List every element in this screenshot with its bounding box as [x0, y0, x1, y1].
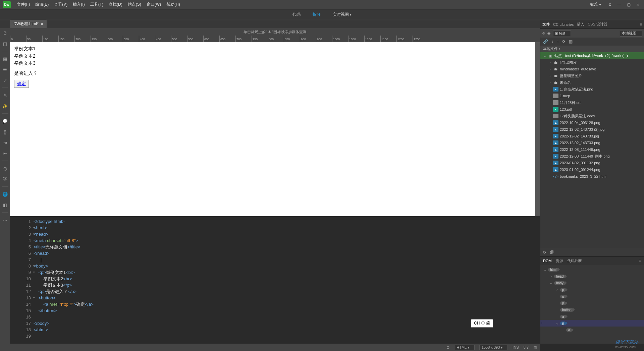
line-number[interactable]: 12: [10, 288, 31, 295]
line-number[interactable]: 11: [10, 282, 31, 288]
tree-file[interactable]: ▲2022-10-04_093128.png: [540, 119, 644, 126]
dom-node[interactable]: ⌄html: [540, 266, 644, 273]
code-line[interactable]: <a href="http:#">确定</a>: [34, 301, 94, 307]
line-number[interactable]: 8: [10, 263, 31, 269]
language-select[interactable]: HTML ▾: [454, 345, 475, 350]
preview-ok-button[interactable]: 确定: [14, 80, 29, 88]
tree-folder[interactable]: ›🖿lr导出图片: [540, 59, 644, 66]
dom-node[interactable]: a: [540, 313, 644, 320]
code-line[interactable]: 举例文本2<br>: [34, 276, 94, 282]
ruler[interactable]: 0501001502002503003504004505005506006507…: [10, 36, 540, 42]
close-window-icon[interactable]: ✕: [635, 2, 641, 7]
dom-panel-menu-icon[interactable]: ≡: [639, 258, 641, 263]
menu-item[interactable]: 窗口(W): [144, 2, 164, 7]
dom-tree[interactable]: ⌄html›head⌄body›pppbuttona+⌄pa: [540, 265, 644, 344]
maximize-icon[interactable]: ▢: [625, 2, 632, 7]
menu-item[interactable]: 插入(I): [70, 2, 87, 7]
code-line[interactable]: [34, 333, 94, 339]
refresh-icon[interactable]: ⟳: [543, 250, 546, 255]
file-tab[interactable]: DW教程.html* ✕: [10, 20, 47, 28]
tab-snippets[interactable]: 代码片断: [567, 258, 582, 264]
brush-icon[interactable]: ✎: [2, 92, 8, 99]
code-line[interactable]: [34, 256, 94, 263]
line-number[interactable]: 10: [10, 276, 31, 282]
menu-item[interactable]: 编辑(E): [33, 2, 51, 7]
line-number[interactable]: 16: [10, 314, 31, 320]
viewport-size[interactable]: 1558 x 393 ▾: [479, 345, 508, 350]
recent-icon[interactable]: ◷: [2, 165, 8, 172]
split-vert-icon[interactable]: ◫: [2, 40, 8, 47]
line-number[interactable]: 5: [10, 244, 31, 250]
indent-icon[interactable]: ⇤: [2, 150, 8, 157]
code-line[interactable]: </body>: [34, 320, 94, 327]
line-number[interactable]: 4: [10, 237, 31, 244]
files-header[interactable]: 本地文件 ↑: [540, 46, 644, 52]
tree-file[interactable]: </>bookmarks_2023_3_22.html: [540, 173, 644, 180]
get-icon[interactable]: ↓: [551, 39, 553, 44]
panel-menu-icon[interactable]: ≡: [640, 22, 642, 27]
log-icon[interactable]: 🗊: [550, 250, 554, 255]
live-data-icon[interactable]: ▦: [2, 55, 8, 62]
tree-root[interactable]: ⌄▣站点 - test (D:\tools\桌面\work（2）\work (.…: [540, 52, 644, 59]
live-preview[interactable]: 举例文本1 举例文本2 举例文本3 是否进入？ 确定: [10, 42, 540, 216]
tree-folder[interactable]: ›🖿批量调整图片: [540, 72, 644, 79]
dom-node[interactable]: ›head: [540, 273, 644, 280]
line-number[interactable]: 18: [10, 327, 31, 333]
preview-in-browser-icon[interactable]: ▥: [533, 345, 537, 350]
sync-icon[interactable]: ⟳: [562, 39, 566, 44]
put-icon[interactable]: ↑: [557, 39, 559, 44]
inspect-icon[interactable]: ☶: [2, 66, 8, 73]
line-number[interactable]: 19: [10, 333, 31, 339]
site-select[interactable]: ▣ test: [553, 31, 571, 36]
code-editor[interactable]: 12345678910111213141516171819 <!doctype …: [10, 216, 540, 344]
minimize-icon[interactable]: —: [616, 2, 623, 7]
tree-file[interactable]: ▲2023-01-02_091244.png: [540, 166, 644, 173]
tab-cc-libraries[interactable]: CC Libraries: [553, 22, 574, 26]
code-content[interactable]: <!doctype html><html><head><meta charset…: [34, 216, 94, 344]
code-line[interactable]: </html>: [34, 327, 94, 333]
insert-mode[interactable]: INS: [513, 345, 519, 349]
code-line[interactable]: <head>: [34, 231, 94, 237]
tab-files[interactable]: 文件: [542, 22, 550, 27]
dom-node[interactable]: p: [540, 300, 644, 306]
file-tree[interactable]: ⌄▣站点 - test (D:\tools\桌面\work（2）\work (.…: [540, 52, 644, 248]
tree-file[interactable]: 11月28日.srt: [540, 99, 644, 106]
preview-scrollbar[interactable]: [535, 42, 540, 216]
menu-item[interactable]: 查找(D): [106, 2, 125, 7]
error-indicator-icon[interactable]: ⊘: [446, 345, 449, 350]
tree-file[interactable]: 17种头脑风暴法.eddx: [540, 113, 644, 119]
define-server-icon[interactable]: ◈: [547, 31, 550, 36]
dom-node[interactable]: +⌄p: [540, 320, 644, 327]
tree-file[interactable]: ▲1. 康奈尔笔记法.png: [540, 86, 644, 93]
tree-file[interactable]: ▲2022-12-02_143733 (2).jpg: [540, 126, 644, 133]
menu-item[interactable]: 查看(V): [51, 2, 70, 7]
line-number[interactable]: 15: [10, 307, 31, 314]
tab-insert[interactable]: 插入: [577, 22, 584, 27]
tab-css-designer[interactable]: CSS 设计器: [588, 22, 607, 27]
media-query-bar[interactable]: 单击标尺上的" ▼ "图标以添加媒体查询: [10, 28, 540, 36]
tab-assets[interactable]: 资源: [556, 258, 563, 264]
menu-item[interactable]: 站点(S): [125, 2, 144, 7]
code-line[interactable]: <p>举例文本1<br>: [34, 269, 94, 276]
collapse-icon[interactable]: ⇥: [2, 139, 8, 146]
tree-file[interactable]: ▲2022-12-08_111449.png: [540, 146, 644, 153]
tree-file[interactable]: ▲2022-12-08_111449_副本.png: [540, 153, 644, 160]
expand-icon[interactable]: ⤢: [2, 77, 8, 83]
code-line[interactable]: <body>: [34, 263, 94, 269]
comment-code-icon[interactable]: 💬: [2, 118, 8, 124]
dom-node[interactable]: button: [540, 306, 644, 313]
code-line[interactable]: </button>: [34, 307, 94, 314]
code-line[interactable]: <html>: [34, 225, 94, 231]
preview-browser-icon[interactable]: 🌐: [2, 191, 8, 197]
code-line[interactable]: <button>: [34, 295, 94, 301]
workspace-switcher[interactable]: 标准 ▾: [587, 2, 604, 7]
menu-item[interactable]: 文件(F): [14, 2, 33, 7]
menu-item[interactable]: 帮助(H): [164, 2, 183, 7]
menu-item[interactable]: 工具(T): [88, 2, 106, 7]
tree-folder[interactable]: ›🖿mindmaster_autosave: [540, 66, 644, 72]
view-split-button[interactable]: 拆分: [310, 10, 323, 19]
more-icon[interactable]: ⋯: [2, 217, 8, 223]
dom-add-icon[interactable]: +: [541, 321, 543, 326]
line-number[interactable]: 6: [10, 250, 31, 256]
line-number[interactable]: 2: [10, 225, 31, 231]
